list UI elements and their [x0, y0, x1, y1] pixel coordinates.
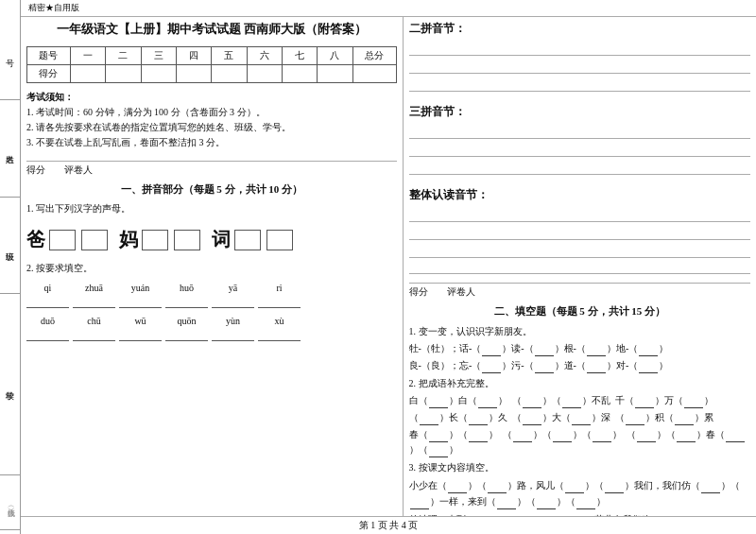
er-answer-2[interactable] — [409, 59, 750, 74]
page-container: 号 姓名 班级 学校 （撕线） 精密★自用版 一年级语文【上册】期中考试试题 西… — [0, 0, 756, 534]
main-content: 精密★自用版 一年级语文【上册】期中考试试题 西南师大版（附答案） 题号 一 二… — [21, 0, 756, 534]
exam-title: 一年级语文【上册】期中考试试题 西南师大版（附答案） — [26, 21, 397, 38]
instructions-title: 考试须知： — [26, 91, 397, 104]
table-score-6 — [247, 65, 282, 83]
py-item-yuan: yuán — [119, 283, 162, 308]
py-item-quon: quōn — [165, 316, 208, 341]
py-item-huo: huō — [165, 283, 208, 308]
table-header-7: 七 — [282, 47, 317, 65]
blank-dui[interactable] — [639, 372, 658, 373]
sidebar: 号 姓名 班级 学校 （撕线） — [0, 0, 21, 534]
char-ma: 妈 — [119, 227, 138, 252]
blank-ci-1[interactable] — [234, 230, 261, 250]
table-header-3: 三 — [141, 47, 176, 65]
blank-wang[interactable] — [482, 372, 501, 373]
sidebar-name: 姓名 — [0, 100, 20, 197]
blank-ba-2[interactable] — [81, 230, 108, 250]
blank-ma-2[interactable] — [174, 230, 200, 250]
score-reviewer-left: 得分 评卷人 — [26, 161, 397, 177]
section1-title: 一、拼音部分（每题 5 分，共计 10 分） — [26, 182, 397, 197]
py-item-qi: qi — [26, 283, 69, 308]
blank-wu[interactable] — [535, 372, 554, 373]
san-answer-2[interactable] — [409, 142, 750, 157]
table-score-1 — [70, 65, 105, 83]
char-ci: 词 — [212, 227, 231, 252]
py-item-ya: yā — [212, 283, 254, 308]
table-score-8 — [318, 65, 352, 83]
er-pinyin-title: 二拼音节： — [409, 21, 750, 37]
s2-q2-label: 2. 把成语补充完整。 — [409, 376, 750, 391]
er-pinyin-section: 二拼音节： — [409, 21, 750, 95]
score-label-left: 得分 — [26, 164, 45, 177]
py-item-wu: wū — [119, 316, 162, 341]
table-header-5: 五 — [212, 47, 247, 65]
s2-q1-content: 牡-（牡）；话-（）读-（）根-（）地-（） — [409, 341, 750, 356]
table-header-2: 二 — [106, 47, 141, 65]
zhengti-answer-1[interactable] — [409, 207, 750, 222]
s2-q3-label: 3. 按课文内容填空。 — [409, 460, 750, 475]
score-label-right: 得分 — [409, 285, 428, 299]
zhengti-answer-2[interactable] — [409, 225, 750, 240]
table-score-total — [352, 65, 396, 83]
blank-gen[interactable] — [587, 355, 606, 356]
san-pinyin-section: 三拼音节： — [409, 104, 750, 178]
er-answer-1[interactable] — [409, 41, 750, 56]
footer-text: 第 1 页 共 4 页 — [359, 520, 419, 530]
er-answer-3[interactable] — [409, 77, 750, 92]
blank-hua[interactable] — [482, 355, 501, 356]
s2-q1-content2: 良-（良）；忘-（）污-（）道-（）对-（） — [409, 358, 750, 373]
score-table: 题号 一 二 三 四 五 六 七 八 总分 得分 — [26, 46, 397, 83]
left-spacer — [26, 347, 397, 512]
py-item-chu: chū — [73, 316, 115, 341]
blank-ci-2[interactable] — [266, 230, 293, 250]
table-header-8: 八 — [318, 47, 352, 65]
table-score-3 — [141, 65, 176, 83]
reviewer-label-right: 评卷人 — [447, 285, 475, 299]
table-score-5 — [212, 65, 247, 83]
zhengti-pinyin-title: 整体认读音节： — [409, 187, 750, 203]
char-blanks-row: 爸 妈 词 — [26, 227, 397, 252]
right-column: 二拼音节： 三拼音节： 整体认读音节： — [404, 17, 756, 516]
watermark-text: 精密★自用版 — [28, 2, 79, 14]
san-answer-3[interactable] — [409, 160, 750, 175]
sidebar-hao: 号 — [0, 4, 20, 100]
py-item-duo: duō — [26, 316, 69, 341]
reviewer-label-left: 评卷人 — [64, 164, 93, 177]
q2-label: 2. 按要求填空。 — [26, 262, 397, 275]
fill-section: 1. 变一变，认识识字新朋友。 牡-（牡）；话-（）读-（）根-（）地-（） 良… — [409, 324, 750, 516]
section2-title: 二、填空题（每题 5 分，共计 15 分） — [409, 304, 750, 319]
py-item-yun: yùn — [212, 316, 254, 341]
left-column: 一年级语文【上册】期中考试试题 西南师大版（附答案） 题号 一 二 三 四 五 … — [21, 17, 404, 516]
blank-ma-1[interactable] — [142, 230, 168, 250]
zhengti-answer-3[interactable] — [409, 243, 750, 258]
pinyin-grid-1: qi zhuā yuán huō — [26, 283, 397, 308]
char-ba: 爸 — [26, 227, 45, 252]
table-header-total: 总分 — [352, 47, 396, 65]
table-score-7 — [282, 65, 317, 83]
san-pinyin-title: 三拼音节： — [409, 104, 750, 120]
san-answer-1[interactable] — [409, 124, 750, 139]
zhengti-pinyin-section: 整体认读音节： — [409, 187, 750, 261]
table-row-label: 得分 — [27, 65, 71, 83]
blank-du[interactable] — [535, 355, 554, 356]
table-header-1: 一 — [70, 47, 105, 65]
s2-q2-line2: （）长（）久 （）大（）深 （）积（）累 — [409, 410, 750, 425]
py-item-ri: ri — [258, 283, 301, 308]
page-footer: 第 1 页 共 4 页 — [21, 516, 756, 534]
divider-right-1 — [409, 273, 750, 274]
s2-q1-label: 1. 变一变，认识识字新朋友。 — [409, 324, 750, 339]
q1-label: 1. 写出下列汉字的声母。 — [26, 202, 397, 215]
blank-ba-1[interactable] — [49, 230, 76, 250]
blank-dao[interactable] — [587, 372, 606, 373]
blank-di[interactable] — [639, 355, 658, 356]
instruction-3: 3. 不要在试卷上乱写乱画，卷面不整洁扣 3 分。 — [26, 136, 397, 149]
table-score-4 — [176, 65, 211, 83]
exam-header: 一年级语文【上册】期中考试试题 西南师大版（附答案） — [26, 21, 397, 41]
top-bar: 精密★自用版 — [21, 0, 756, 17]
sidebar-class: 班级 — [0, 198, 20, 294]
s2-q2-line3: 春（）（） （）（）（） （）（）春（）（） — [409, 427, 750, 457]
table-header-topic: 题号 — [27, 47, 71, 65]
columns-wrapper: 一年级语文【上册】期中考试试题 西南师大版（附答案） 题号 一 二 三 四 五 … — [21, 17, 756, 516]
py-item-xu: xù — [258, 316, 301, 341]
table-score-2 — [106, 65, 141, 83]
